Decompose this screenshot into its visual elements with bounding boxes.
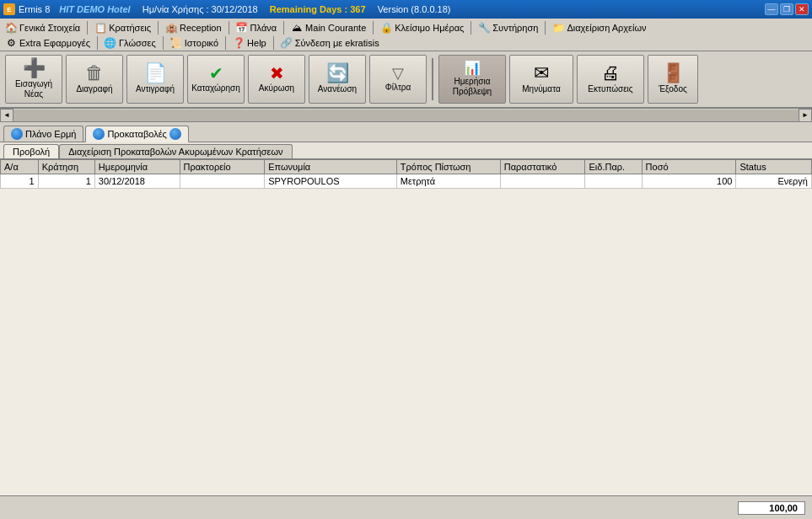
filter-btn[interactable]: ▽ Φίλτρα — [369, 55, 427, 104]
mountain-icon: ⛰ — [291, 22, 303, 34]
cancel-btn-label: Ακύρωση — [259, 83, 294, 94]
cell-poso: 100 — [642, 174, 736, 189]
menu-reception[interactable]: 🏨 Reception — [162, 21, 225, 35]
delete-btn[interactable]: 🗑 Διαγραφή — [66, 55, 123, 104]
menu-plans-label: Πλάνα — [250, 23, 277, 33]
table-body: 1130/12/2018SPYROPOULOSΜετρητά100Ενεργή — [1, 174, 812, 189]
menu-close-day[interactable]: 🔒 Κλείσιμο Ημέρας — [377, 21, 467, 35]
menu-sep-8 — [97, 36, 98, 50]
menu-row-2: ⚙ Extra Εφαρμογές 🌐 Γλώσσες 📜 Ιστορικό ❓… — [2, 35, 810, 51]
scrollbar[interactable]: ◄ ► — [0, 109, 812, 122]
save-btn[interactable]: ✔ Καταχώρηση — [187, 55, 245, 104]
wrench-icon: 🔧 — [478, 22, 490, 34]
trash-icon: 🗑 — [85, 64, 104, 83]
col-kratisi: Κράτηση — [38, 160, 94, 174]
minimize-button[interactable]: — — [765, 3, 778, 15]
new-btn[interactable]: ➕ Εισαγωγή Νέας — [5, 55, 62, 104]
close-button[interactable]: ✕ — [795, 3, 809, 15]
menu-main-courante-label: Main Courante — [305, 23, 366, 33]
refresh-icon: 🔄 — [326, 64, 349, 83]
copy-btn-label: Αντιγραφή — [136, 84, 175, 94]
menu-reservations[interactable]: 📋 Κρατήσεις — [91, 21, 154, 35]
tab-prokatavolies-label: Προκαταβολές — [107, 129, 167, 139]
scroll-left[interactable]: ◄ — [0, 109, 13, 122]
menu-reservations-label: Κρατήσεις — [109, 23, 151, 33]
menu-close-day-label: Κλείσιμο Ημέρας — [395, 23, 464, 33]
cancel-btn[interactable]: ✖ Ακύρωση — [248, 55, 305, 104]
tab-globe-3 — [169, 128, 181, 140]
scroll-right[interactable]: ► — [799, 109, 812, 122]
reservations-icon: 📋 — [94, 22, 106, 34]
menu-maintenance-label: Συντήρηση — [492, 23, 538, 33]
print-btn[interactable]: 🖨 Εκτυπώσεις — [577, 55, 644, 104]
messages-btn-label: Μηνύματα — [522, 84, 561, 94]
menu-bar: 🏠 Γενικά Στοιχεία 📋 Κρατήσεις 🏨 Receptio… — [0, 19, 812, 51]
cell-status: Ενεργή — [736, 174, 812, 189]
daily-forecast-label: Ημερήσια Πρόβλεψη — [441, 77, 503, 97]
cell-kratisi: 1 — [38, 174, 94, 189]
table-row[interactable]: 1130/12/2018SPYROPOULOSΜετρητά100Ενεργή — [1, 174, 812, 189]
tab-globe-2 — [93, 128, 105, 140]
refresh-btn-label: Ανανέωση — [318, 84, 357, 94]
menu-sep-11 — [273, 36, 274, 50]
scroll-icon: 📜 — [170, 37, 182, 49]
copy-btn[interactable]: 📄 Αντιγραφή — [126, 55, 184, 104]
menu-help[interactable]: ❓ Help — [229, 36, 270, 50]
menu-sep-5 — [373, 21, 374, 35]
sub-tab-manage-label: Διαχείριση Προκαταβολών Ακυρωμένων Κρατή… — [68, 147, 282, 157]
sub-tab-view-label: Προβολή — [13, 147, 50, 157]
toolbar-sep — [432, 58, 433, 100]
sub-tab-manage[interactable]: Διαχείριση Προκαταβολών Ακυρωμένων Κρατή… — [59, 144, 292, 158]
menu-sep-6 — [471, 21, 471, 35]
cancel-icon: ✖ — [270, 65, 284, 82]
menu-main-courante[interactable]: ⛰ Main Courante — [288, 21, 369, 35]
cell-aa: 1 — [1, 174, 39, 189]
menu-plans[interactable]: 📅 Πλάνα — [233, 21, 281, 35]
menu-general-label: Γενικά Στοιχεία — [19, 23, 80, 33]
print-icon: 🖨 — [601, 64, 620, 83]
scroll-track[interactable] — [13, 110, 799, 121]
menu-maintenance[interactable]: 🔧 Συντήρηση — [475, 21, 541, 35]
menu-connect[interactable]: 🔗 Σύνδεση με ekratisis — [277, 36, 383, 50]
menu-languages[interactable]: 🌐 Γλώσσες — [101, 36, 159, 50]
col-poso: Ποσό — [642, 160, 736, 174]
cell-tropos: Μετρητά — [396, 174, 500, 189]
app-icon: E — [3, 3, 15, 15]
col-praktorio: Πρακτορείο — [180, 160, 265, 174]
tab-plano-ermi[interactable]: Πλάνο Ερμή — [3, 126, 83, 142]
save-btn-label: Καταχώρηση — [191, 83, 240, 94]
messages-btn[interactable]: ✉ Μηνύματα — [509, 55, 573, 104]
title-bar: E Ermis 8 HIT DEMO Hotel Ημ/νία Χρήσης :… — [0, 0, 812, 19]
cell-parastatikou — [500, 174, 585, 189]
menu-history[interactable]: 📜 Ιστορικό — [167, 36, 222, 50]
table-wrapper: Α/α Κράτηση Ημερομηνία Πρακτορείο Επωνυμ… — [0, 159, 812, 519]
restore-button[interactable]: ❐ — [780, 3, 793, 15]
menu-general[interactable]: 🏠 Γενικά Στοιχεία — [2, 21, 83, 35]
cell-eponimia: SPYROPOULOS — [265, 174, 397, 189]
menu-file-mgmt-label: Διαχείριση Αρχείων — [567, 23, 646, 33]
app-name: Ermis 8 — [19, 4, 50, 14]
col-eid-par: Ειδ.Παρ. — [585, 160, 642, 174]
tabs-row: Πλάνο Ερμή Προκαταβολές — [0, 122, 812, 142]
menu-extra-apps[interactable]: ⚙ Extra Εφαρμογές — [2, 36, 94, 50]
menu-row-1: 🏠 Γενικά Στοιχεία 📋 Κρατήσεις 🏨 Receptio… — [2, 20, 810, 35]
help-icon: ❓ — [233, 37, 245, 49]
refresh-btn[interactable]: 🔄 Ανανέωση — [309, 55, 366, 104]
exit-btn[interactable]: 🚪 Έξοδος — [648, 55, 698, 104]
menu-sep-2 — [158, 21, 159, 35]
filter-icon: ▽ — [392, 66, 404, 81]
version-label: Version (8.0.0.18) — [378, 4, 451, 14]
tab-prokatavolies[interactable]: Προκαταβολές — [85, 126, 189, 142]
hotel-name: HIT DEMO Hotel — [59, 4, 130, 14]
daily-forecast-btn[interactable]: 📊 Ημερήσια Πρόβλεψη — [438, 55, 506, 104]
sub-tab-view[interactable]: Προβολή — [3, 144, 59, 158]
copy-icon: 📄 — [144, 64, 167, 83]
title-bar-controls: — ❐ ✕ — [765, 3, 809, 15]
col-tropos: Τρόπος Πίστωση — [396, 160, 500, 174]
col-aa: Α/α — [1, 160, 39, 174]
col-date: Ημερομηνία — [94, 160, 180, 174]
menu-help-label: Help — [247, 38, 266, 48]
menu-file-mgmt[interactable]: 📁 Διαχείριση Αρχείων — [549, 21, 649, 35]
menu-languages-label: Γλώσσες — [119, 38, 156, 48]
col-status: Status — [736, 160, 812, 174]
